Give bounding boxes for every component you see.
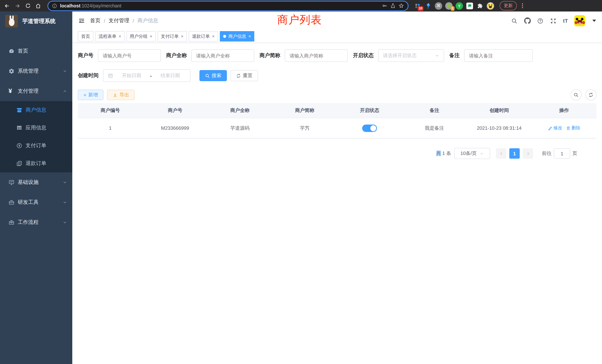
- sidebar-logo[interactable]: 芋道管理系统: [0, 11, 72, 31]
- start-date-placeholder: 开始日期: [116, 72, 147, 79]
- github-icon[interactable]: [524, 17, 531, 24]
- extension-kite-icon[interactable]: [424, 2, 432, 10]
- sidebar-item-label: 支付订单: [26, 142, 67, 149]
- close-icon[interactable]: ×: [248, 34, 251, 39]
- top-navbar: 首页 / 支付管理 / 商户信息 商户列表: [72, 11, 602, 30]
- browser-reload-button[interactable]: [24, 2, 32, 10]
- close-icon[interactable]: ×: [181, 34, 183, 39]
- extension-chat-icon[interactable]: [466, 2, 474, 10]
- remark-input[interactable]: [464, 49, 533, 62]
- col-remark: 备注: [402, 103, 467, 118]
- page-number-1[interactable]: 1: [509, 148, 520, 159]
- close-icon[interactable]: ×: [119, 34, 121, 39]
- toolbox-icon: [9, 199, 14, 205]
- browser-back-button[interactable]: [3, 2, 11, 10]
- browser-menu-icon[interactable]: [520, 3, 525, 8]
- sidebar-item-pay-order[interactable]: 支付订单: [0, 137, 72, 155]
- merchant-no-input[interactable]: [98, 49, 161, 62]
- toggle-search-button[interactable]: [570, 89, 582, 100]
- table-row: 1 M233666999 芋道源码 芋艿 我是备注 2021-10-23 08:…: [78, 118, 596, 138]
- tab-user-group[interactable]: 用户分组 ×: [126, 31, 156, 42]
- prev-page-button[interactable]: [496, 148, 506, 159]
- tab-pay-order[interactable]: 支付订单 ×: [158, 31, 187, 42]
- add-button[interactable]: + 新增: [78, 90, 103, 100]
- page-unit-label: 页: [572, 150, 577, 157]
- sidebar-submenu-payment: 商户信息 应用信息 支付订单: [0, 101, 72, 172]
- extension-command-icon[interactable]: ⌘: [434, 2, 443, 10]
- close-icon[interactable]: ×: [212, 34, 215, 39]
- close-icon[interactable]: ×: [150, 34, 152, 39]
- sidebar-item-infrastructure[interactable]: 基础设施: [0, 172, 72, 192]
- sidebar-item-payment[interactable]: ¥ 支付管理: [0, 81, 72, 101]
- breadcrumb-payment[interactable]: 支付管理: [109, 17, 129, 24]
- browser-update-button[interactable]: 更新: [500, 1, 517, 10]
- user-avatar[interactable]: [574, 15, 585, 26]
- tab-home[interactable]: 首页: [78, 31, 93, 42]
- sidebar-item-app-info[interactable]: 应用信息: [0, 119, 72, 137]
- bookmark-star-icon[interactable]: [398, 3, 404, 9]
- edit-link[interactable]: 修改: [548, 125, 562, 131]
- password-key-icon[interactable]: [382, 3, 387, 9]
- col-full-name: 商户全称: [208, 103, 272, 118]
- table-header-row: 商户编号 商户号 商户全称 商户简称 开启状态 备注 创建时间 操作: [78, 103, 596, 118]
- browser-forward-button[interactable]: [13, 2, 22, 10]
- browser-address-bar[interactable]: localhost:1024/pay/merchant: [48, 1, 408, 10]
- extension-y-icon[interactable]: Y: [455, 2, 463, 10]
- refresh-icon: [236, 73, 241, 78]
- cell-short-name: 芋艿: [272, 118, 337, 138]
- tab-process-form[interactable]: 流程表单 ×: [95, 31, 125, 42]
- tab-refund-order[interactable]: 退款订单 ×: [189, 31, 218, 42]
- avatar-dropdown-caret[interactable]: [592, 20, 596, 22]
- fullscreen-icon[interactable]: [550, 17, 557, 24]
- sidebar-item-label: 系统管理: [18, 68, 63, 75]
- sidebar-item-workflow[interactable]: 工作流程: [0, 212, 72, 232]
- search-button[interactable]: 搜索: [199, 70, 227, 81]
- sidebar: 芋道管理系统 首页 系统管理 ¥ 支付管理: [0, 11, 72, 364]
- sidebar-item-system[interactable]: 系统管理: [0, 61, 72, 81]
- monitor-icon: [9, 179, 14, 185]
- delete-link[interactable]: 删除: [566, 125, 580, 131]
- create-time-range-picker[interactable]: 开始日期 - 结束日期: [103, 69, 191, 82]
- sidebar-item-label: 研发工具: [18, 199, 63, 206]
- sidebar-item-home[interactable]: 首页: [0, 41, 72, 61]
- site-info-icon[interactable]: [52, 3, 57, 8]
- extension-grid-badge: 10: [418, 6, 423, 11]
- status-label: 开启状态: [353, 52, 374, 59]
- tab-merchant-info[interactable]: 商户信息 ×: [220, 31, 254, 42]
- chevron-down-icon: [480, 151, 484, 156]
- sidebar-collapse-icon[interactable]: [78, 17, 85, 24]
- export-button[interactable]: 导出: [107, 90, 135, 100]
- extension-emoji-avatar[interactable]: [486, 2, 494, 10]
- briefcase-icon: [9, 219, 14, 225]
- status-toggle[interactable]: [362, 124, 377, 132]
- extensions-puzzle-icon[interactable]: [476, 2, 484, 10]
- status-select[interactable]: 请选择开启状态: [378, 49, 444, 62]
- help-icon[interactable]: [537, 17, 544, 24]
- sidebar-item-dev-tools[interactable]: 研发工具: [0, 192, 72, 212]
- pagination-total: 共 1 条: [436, 150, 451, 157]
- cell-merchant-id: 1: [78, 118, 143, 138]
- browser-home-button[interactable]: [34, 2, 42, 10]
- merchant-short-input[interactable]: [285, 49, 348, 62]
- next-page-button[interactable]: [523, 148, 533, 159]
- cell-create-time: 2021-10-23 08:31:14: [467, 118, 532, 138]
- refresh-table-button[interactable]: [585, 89, 596, 100]
- sidebar-item-refund-order[interactable]: 退款订单: [0, 155, 72, 172]
- store-icon: [16, 107, 22, 113]
- reset-button[interactable]: 重置: [231, 70, 258, 81]
- breadcrumb: 首页 / 支付管理 / 商户信息: [90, 17, 158, 24]
- sidebar-item-label: 退款订单: [26, 160, 67, 167]
- header-search-icon[interactable]: [511, 17, 518, 24]
- merchant-name-input[interactable]: [191, 49, 254, 62]
- goto-page-input[interactable]: [554, 148, 570, 159]
- col-merchant-no: 商户号: [143, 103, 208, 118]
- font-size-icon[interactable]: tT: [563, 18, 568, 24]
- extension-grid-icon[interactable]: 10: [414, 2, 422, 10]
- url-path: :1024/pay/merchant: [80, 3, 121, 8]
- sidebar-item-merchant-info[interactable]: 商户信息: [0, 101, 72, 119]
- page-size-select[interactable]: 10条/页: [454, 148, 490, 159]
- col-status: 开启状态: [337, 103, 402, 118]
- share-icon[interactable]: [390, 3, 396, 9]
- breadcrumb-home[interactable]: 首页: [90, 17, 100, 24]
- extension-profile-icon[interactable]: 1: [445, 2, 453, 10]
